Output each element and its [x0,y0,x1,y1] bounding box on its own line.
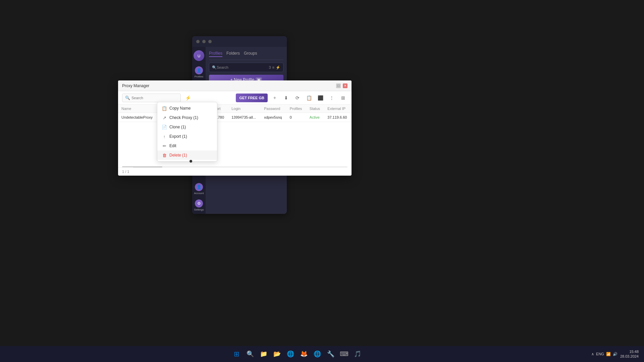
export-icon: ↑ [162,134,167,139]
titlebar-dot-2 [202,40,206,43]
proxy-search-box[interactable]: 🔍 [122,94,181,102]
titlebar-dot [196,40,200,43]
task-view[interactable]: 📁 [258,348,270,360]
chrome2-icon[interactable]: 🌐 [311,348,323,360]
proxy-manager-window: Proxy Manager □ ✕ 🔍 ⚡ GET FREE GB ＋ ⬇ ⟳ … [118,80,352,176]
check-proxy-icon: ↗ [162,115,167,120]
profiles-icon: 👤 [195,66,203,74]
proxy-toolbar: 🔍 ⚡ GET FREE GB ＋ ⬇ ⟳ 📋 ⬛ ⋮ ⊞ [118,91,352,105]
edit-icon: ✏ [162,143,167,148]
add-proxy-button[interactable]: ＋ [270,94,279,102]
copy-icon[interactable]: 📋 [305,94,313,102]
tray-volume: 🔊 [613,352,618,356]
edit-label: Edit [169,143,176,148]
taskbar-time-display: 15:48 [620,349,639,354]
col-external-ip: External IP [324,105,352,113]
status-badge: Active [310,115,320,119]
context-export[interactable]: ↑ Export (1) [157,132,217,141]
context-delete[interactable]: 🗑 Delete (1) [157,150,217,160]
context-check-proxy[interactable]: ↗ Check Proxy (1) [157,113,217,122]
more-options-icon[interactable]: ⋮ [327,94,336,102]
col-password: Password [261,105,286,113]
context-edit[interactable]: ✏ Edit [157,141,217,150]
context-copy-name[interactable]: 📋 Copy Name [157,104,217,113]
sidebar-item-account[interactable]: 👤 Account [194,183,204,195]
sort-icon: ⚡ [276,65,280,70]
keyboard-icon[interactable]: ⌨ [338,348,350,360]
proxy-search-input[interactable] [131,96,178,100]
tool-icon[interactable]: 🔧 [325,348,337,360]
search-icon: 🔍 [125,96,130,100]
tray-expand[interactable]: ∧ [591,352,594,356]
spotify-icon[interactable]: 🎵 [352,348,364,360]
clone-label: Clone (1) [169,125,186,129]
chrome-icon[interactable]: 🌐 [284,348,297,360]
titlebar-dot-3 [208,40,212,43]
taskbar-icons: ⊞ 🔍 📁 📂 🌐 🦊 🌐 🔧 ⌨ 🎵 [3,348,591,360]
col-login: Login [228,105,261,113]
nav-groups[interactable]: Groups [244,50,257,57]
col-name: Name [118,105,158,113]
firefox-icon[interactable]: 🦊 [298,348,310,360]
browser-titlebar [192,36,287,47]
download-icon[interactable]: ⬇ [282,94,290,102]
get-free-gb-button[interactable]: GET FREE GB [236,94,268,102]
copy-name-label: Copy Name [169,106,191,111]
taskbar-date-display: 28.03.2024 [620,354,639,359]
clone-icon: 📄 [162,125,167,129]
nav-profiles[interactable]: Profiles [209,50,222,57]
close-button[interactable]: ✕ [343,83,347,88]
copy-name-icon: 📋 [162,106,167,111]
horizontal-scrollbar[interactable] [122,166,347,168]
desktop: ∪ 👤 Profiles 👤 Account ⚙ Settings [0,0,644,362]
maximize-button[interactable]: □ [336,83,341,88]
col-status: Status [306,105,324,113]
filter-icon[interactable]: ⚡ [183,94,192,102]
search-taskbar[interactable]: 🔍 [244,348,256,360]
tray-wifi: 📶 [606,352,611,356]
refresh-icon[interactable]: ⟳ [293,94,302,102]
proxy-table: Name Type Host Port Login Password Profi… [118,105,352,122]
sidebar-item-settings[interactable]: ⚙ Settings [194,199,204,211]
col-profiles: Profiles [286,105,306,113]
check-proxy-label: Check Proxy (1) [169,115,198,120]
taskbar-right: ∧ ENG 📶 🔊 15:48 28.03.2024 [591,349,639,359]
proxy-pagination: 1 / 1 [118,167,133,176]
export-label: Export (1) [169,134,187,139]
context-clone[interactable]: 📄 Clone (1) [157,122,217,132]
account-icon: 👤 [195,183,203,191]
delete-icon: 🗑 [162,153,167,158]
table-row[interactable]: UndetectableProxysocks5109.236.80.210117… [118,113,352,122]
search-count: 3 [269,65,271,69]
file-explorer[interactable]: 📂 [271,348,283,360]
delete-label: Delete (1) [169,153,187,158]
start-button[interactable]: ⊞ [231,348,243,360]
proxy-titlebar: Proxy Manager □ ✕ [118,80,352,91]
tray-lang: ENG [596,352,604,356]
table-header-row: Name Type Host Port Login Password Profi… [118,105,352,113]
settings-icon: ⚙ [195,199,203,207]
sidebar-item-profiles[interactable]: 👤 Profiles [194,66,204,78]
taskbar-tray: ∧ ENG 📶 🔊 [591,352,618,356]
grid-icon[interactable]: ⊞ [339,94,347,102]
window-controls: □ ✕ [336,83,347,88]
nav-folders[interactable]: Folders [226,50,240,57]
search-icon: 🔍 [212,65,217,70]
context-menu: 📋 Copy Name ↗ Check Proxy (1) 📄 Clone (1… [157,102,217,162]
taskbar-datetime: 15:48 28.03.2024 [620,349,639,359]
browser-search-bar: 🔍 Search 3 ≡ ⚡ [209,63,283,72]
settings-icon[interactable]: ⬛ [316,94,325,102]
taskbar: ⊞ 🔍 📁 📂 🌐 🦊 🌐 🔧 ⌨ 🎵 ∧ ENG 📶 🔊 15:48 28.0… [0,346,644,362]
proxy-window-title: Proxy Manager [122,83,336,88]
search-placeholder: Search [217,65,228,69]
filter-icon: ≡ [272,65,274,69]
app-logo: ∪ [194,50,204,61]
proxy-table-container: Name Type Host Port Login Password Profi… [118,105,352,162]
browser-nav: Profiles Folders Groups [209,50,283,60]
